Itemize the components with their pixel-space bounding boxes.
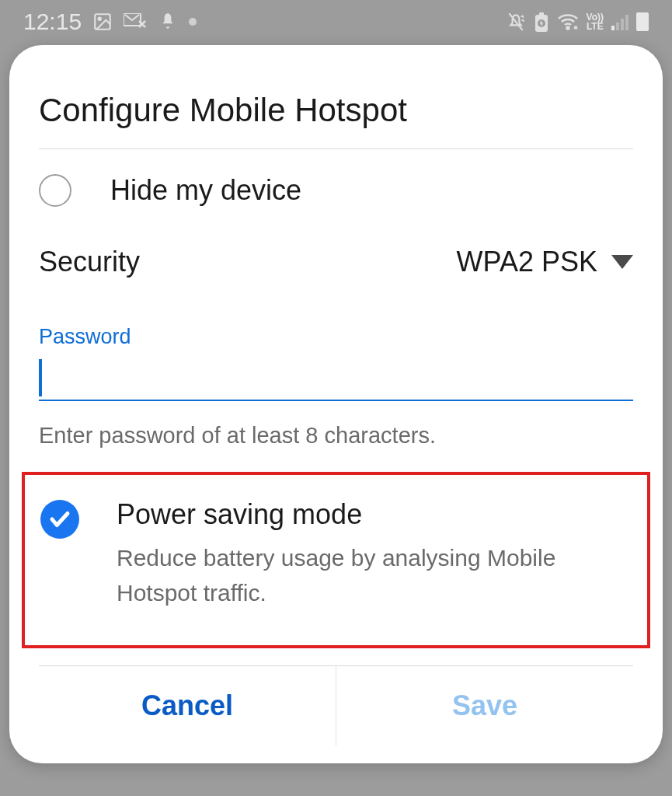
notification-mute-icon (158, 12, 178, 32)
power-save-text-group: Power saving mode Reduce battery usage b… (117, 498, 632, 610)
svg-rect-4 (539, 12, 544, 16)
battery-saving-icon (534, 12, 549, 32)
mail-icon (124, 13, 147, 30)
checkbox-checked-icon (40, 500, 79, 539)
wifi-icon (557, 12, 579, 31)
password-hint: Enter password of at least 8 characters. (39, 423, 633, 449)
password-input[interactable] (39, 353, 633, 401)
configure-hotspot-dialog: Configure Mobile Hotspot Hide my device … (9, 45, 663, 763)
dialog-button-row: Cancel Save (39, 665, 633, 745)
highlighted-area: Power saving mode Reduce battery usage b… (22, 472, 650, 648)
status-left: 12:15 (23, 9, 197, 35)
vibrate-icon (506, 12, 526, 32)
svg-point-6 (566, 26, 569, 29)
status-right: Vo))LTE (506, 12, 649, 32)
image-icon (92, 12, 113, 32)
signal-icon (611, 13, 628, 30)
cancel-button[interactable]: Cancel (39, 666, 336, 745)
dialog-title: Configure Mobile Hotspot (39, 92, 633, 149)
hide-device-option[interactable]: Hide my device (39, 149, 633, 230)
chevron-down-icon (611, 255, 633, 269)
security-label: Security (39, 246, 140, 278)
power-save-description: Reduce battery usage by analysing Mobile… (117, 540, 632, 610)
power-save-title: Power saving mode (117, 498, 632, 531)
power-saving-option[interactable]: Power saving mode Reduce battery usage b… (40, 498, 632, 610)
volte-icon: Vo))LTE (587, 12, 604, 31)
battery-icon (636, 12, 649, 31)
status-time: 12:15 (23, 9, 82, 35)
save-button[interactable]: Save (336, 666, 633, 745)
svg-point-1 (99, 17, 101, 19)
security-value-text: WPA2 PSK (457, 246, 597, 278)
dot-icon (189, 18, 197, 26)
security-value-wrap: WPA2 PSK (457, 246, 633, 278)
radio-unchecked-icon (39, 174, 71, 207)
hide-device-label: Hide my device (110, 174, 301, 207)
security-dropdown[interactable]: Security WPA2 PSK (39, 230, 633, 302)
password-label: Password (39, 325, 633, 349)
password-section: Password Enter password of at least 8 ch… (39, 302, 633, 449)
status-bar: 12:15 Vo))LTE (0, 0, 672, 43)
text-cursor-icon (39, 359, 42, 396)
